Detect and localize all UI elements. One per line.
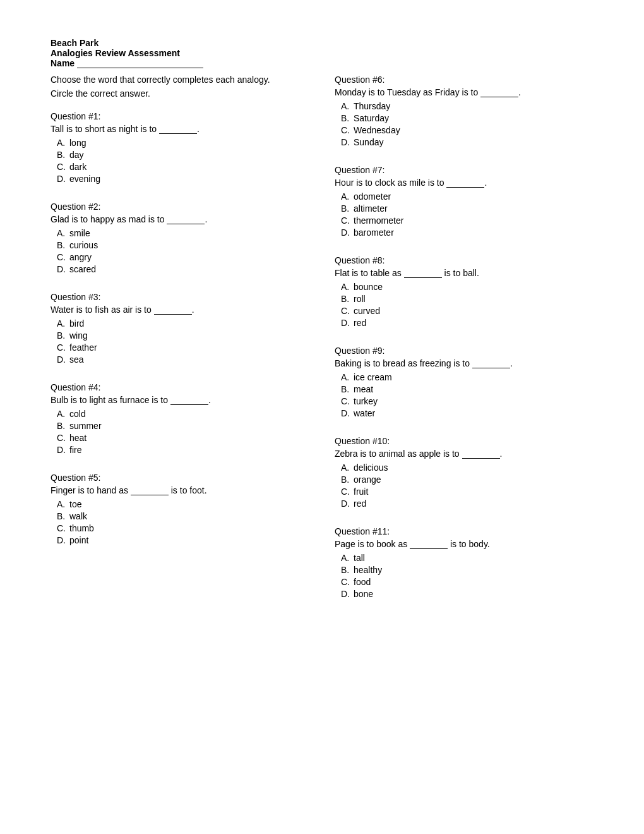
q5-options: A.toe B.walk C.thumb D.point xyxy=(51,499,309,545)
q3-text: Water is to fish as air is to . xyxy=(51,305,309,315)
list-item: B.summer xyxy=(51,421,309,431)
q2-blank xyxy=(167,224,205,224)
list-item: A.ice cream xyxy=(335,372,593,382)
name-line: Name xyxy=(51,58,593,68)
question-1: Question #1: Tall is to short as night i… xyxy=(51,111,309,184)
left-column: Choose the word that correctly completes… xyxy=(51,75,322,617)
list-item: C.dark xyxy=(51,162,309,172)
list-item: C.angry xyxy=(51,252,309,262)
question-9: Question #9: Baking is to bread as freez… xyxy=(335,346,593,418)
q3-options: A.bird B.wing C.feather D.sea xyxy=(51,318,309,365)
q9-label: Question #9: xyxy=(335,346,593,356)
question-7: Question #7: Hour is to clock as mile is… xyxy=(335,165,593,238)
list-item: A.odometer xyxy=(335,191,593,202)
q9-options: A.ice cream B.meat C.turkey D.water xyxy=(335,372,593,418)
q10-text: Zebra is to animal as apple is to . xyxy=(335,449,593,459)
list-item: C.curved xyxy=(335,306,593,316)
q5-blank xyxy=(131,495,169,495)
list-item: A.bird xyxy=(51,318,309,329)
q6-options: A.Thursday B.Saturday C.Wednesday D.Sund… xyxy=(335,101,593,147)
list-item: A.bounce xyxy=(335,282,593,292)
list-item: B.meat xyxy=(335,384,593,394)
circle-instruction: Circle the correct answer. xyxy=(51,88,309,99)
q7-blank xyxy=(446,187,484,188)
q7-label: Question #7: xyxy=(335,165,593,175)
list-item: B.Saturday xyxy=(335,113,593,123)
q11-blank xyxy=(410,548,448,549)
list-item: C.Wednesday xyxy=(335,125,593,135)
list-item: B.roll xyxy=(335,294,593,304)
q2-options: A.smile B.curious C.angry D.scared xyxy=(51,228,309,274)
question-8: Question #8: Flat is to table as is to b… xyxy=(335,255,593,328)
list-item: B.day xyxy=(51,150,309,160)
list-item: C.fruit xyxy=(335,486,593,497)
list-item: D.evening xyxy=(51,174,309,184)
q6-blank xyxy=(480,97,518,97)
list-item: D.water xyxy=(335,408,593,418)
q1-text: Tall is to short as night is to . xyxy=(51,124,309,134)
q7-options: A.odometer B.altimeter C.thermometer D.b… xyxy=(335,191,593,238)
list-item: C.turkey xyxy=(335,396,593,406)
list-item: A.Thursday xyxy=(335,101,593,111)
q4-options: A.cold B.summer C.heat D.fire xyxy=(51,409,309,455)
q1-blank xyxy=(159,133,197,134)
list-item: D.red xyxy=(335,499,593,509)
list-item: B.healthy xyxy=(335,565,593,575)
question-4: Question #4: Bulb is to light as furnace… xyxy=(51,382,309,455)
q4-label: Question #4: xyxy=(51,382,309,392)
list-item: D.barometer xyxy=(335,227,593,238)
q5-label: Question #5: xyxy=(51,473,309,483)
q1-label: Question #1: xyxy=(51,111,309,121)
list-item: A.delicious xyxy=(335,462,593,473)
q3-blank xyxy=(154,314,192,315)
list-item: D.Sunday xyxy=(335,137,593,147)
q10-label: Question #10: xyxy=(335,436,593,446)
question-11: Question #11: Page is to book as is to b… xyxy=(335,526,593,599)
q10-options: A.delicious B.orange C.fruit D.red xyxy=(335,462,593,509)
list-item: B.orange xyxy=(335,474,593,485)
list-item: A.tall xyxy=(335,553,593,563)
list-item: C.thumb xyxy=(51,523,309,533)
list-item: D.bone xyxy=(335,589,593,599)
list-item: D.sea xyxy=(51,354,309,365)
q11-label: Question #11: xyxy=(335,526,593,536)
list-item: A.cold xyxy=(51,409,309,419)
name-underline xyxy=(77,68,203,68)
q2-label: Question #2: xyxy=(51,202,309,212)
list-item: D.scared xyxy=(51,264,309,274)
q10-blank xyxy=(462,458,500,459)
list-item: D.fire xyxy=(51,445,309,455)
question-3: Question #3: Water is to fish as air is … xyxy=(51,292,309,365)
list-item: B.wing xyxy=(51,330,309,341)
q11-options: A.tall B.healthy C.food D.bone xyxy=(335,553,593,599)
q6-label: Question #6: xyxy=(335,75,593,85)
question-2: Question #2: Glad is to happy as mad is … xyxy=(51,202,309,274)
assessment-title: Analogies Review Assessment xyxy=(51,48,593,58)
q8-options: A.bounce B.roll C.curved D.red xyxy=(335,282,593,328)
q3-label: Question #3: xyxy=(51,292,309,302)
list-item: C.feather xyxy=(51,342,309,353)
q7-text: Hour is to clock as mile is to . xyxy=(335,178,593,188)
q4-blank xyxy=(170,404,208,405)
list-item: A.toe xyxy=(51,499,309,509)
list-item: B.curious xyxy=(51,240,309,250)
question-6: Question #6: Monday is to Tuesday as Fri… xyxy=(335,75,593,147)
q8-blank xyxy=(404,277,442,278)
list-item: A.long xyxy=(51,138,309,148)
q6-text: Monday is to Tuesday as Friday is to . xyxy=(335,87,593,97)
header-section: Beach Park Analogies Review Assessment N… xyxy=(51,38,593,68)
main-layout: Choose the word that correctly completes… xyxy=(51,75,593,617)
name-label: Name xyxy=(51,58,75,68)
q2-text: Glad is to happy as mad is to . xyxy=(51,214,309,224)
list-item: C.thermometer xyxy=(335,215,593,226)
right-column: Question #6: Monday is to Tuesday as Fri… xyxy=(322,75,593,617)
question-10: Question #10: Zebra is to animal as appl… xyxy=(335,436,593,509)
q5-text: Finger is to hand as is to foot. xyxy=(51,485,309,495)
list-item: C.heat xyxy=(51,433,309,443)
list-item: B.walk xyxy=(51,511,309,521)
list-item: D.point xyxy=(51,535,309,545)
q9-blank xyxy=(472,368,510,368)
q11-text: Page is to book as is to body. xyxy=(335,539,593,549)
q8-label: Question #8: xyxy=(335,255,593,265)
list-item: C.food xyxy=(335,577,593,587)
